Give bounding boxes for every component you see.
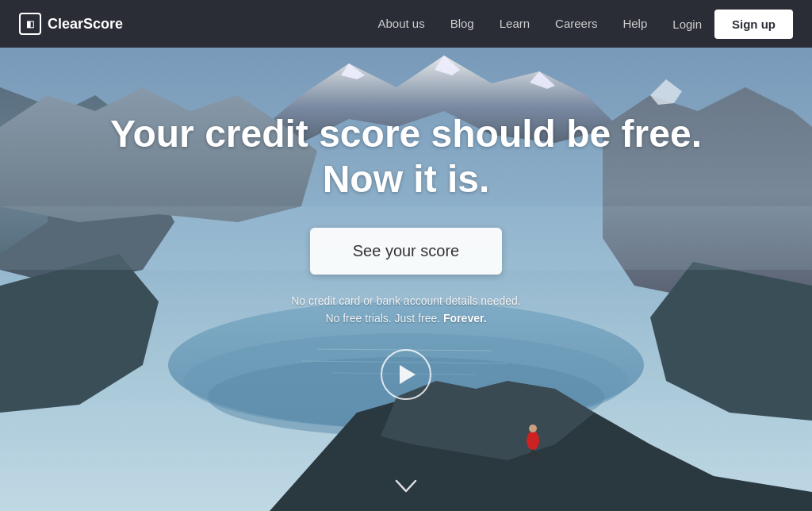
nav-link-careers[interactable]: Careers (555, 17, 597, 30)
navbar: ◧ ClearScore About us Blog Learn Careers… (0, 0, 812, 48)
nav-link-help[interactable]: Help (622, 17, 647, 30)
hero-headline: Your credit score should be free. Now it… (110, 111, 702, 202)
play-button[interactable] (381, 349, 431, 400)
logo-link[interactable]: ◧ ClearScore (19, 13, 123, 35)
nav-item-blog: Blog (450, 17, 474, 31)
scroll-down-arrow[interactable] (395, 478, 417, 498)
hero-headline-line2: Now it is. (323, 158, 490, 200)
chevron-down-icon (395, 479, 417, 494)
nav-menu: About us Blog Learn Careers Help (377, 17, 647, 31)
logo-text: ClearScore (48, 16, 123, 33)
nav-link-learn[interactable]: Learn (500, 17, 530, 30)
hero-section: Your credit score should be free. Now it… (0, 48, 812, 511)
nav-link-about[interactable]: About us (377, 17, 424, 30)
see-score-button[interactable]: See your score (310, 228, 503, 275)
hero-subtext-line1: No credit card or bank account details n… (291, 294, 521, 307)
hero-headline-line1: Your credit score should be free. (110, 113, 702, 155)
nav-item-about: About us (377, 17, 424, 31)
login-link[interactable]: Login (672, 17, 702, 31)
nav-item-careers: Careers (555, 17, 597, 31)
nav-item-learn: Learn (500, 17, 530, 31)
hero-subtext-line2: No free trials. Just free. (325, 312, 440, 325)
nav-link-blog[interactable]: Blog (450, 17, 474, 30)
logo-icon: ◧ (19, 13, 41, 35)
signup-button[interactable]: Sign up (714, 10, 793, 39)
play-icon (400, 365, 416, 384)
hero-forever-text: Forever. (443, 312, 486, 325)
hero-content: Your credit score should be free. Now it… (110, 111, 702, 417)
nav-item-help: Help (622, 17, 647, 31)
svg-point-17 (527, 431, 539, 450)
svg-point-18 (529, 425, 537, 432)
hero-subtext: No credit card or bank account details n… (291, 292, 521, 328)
